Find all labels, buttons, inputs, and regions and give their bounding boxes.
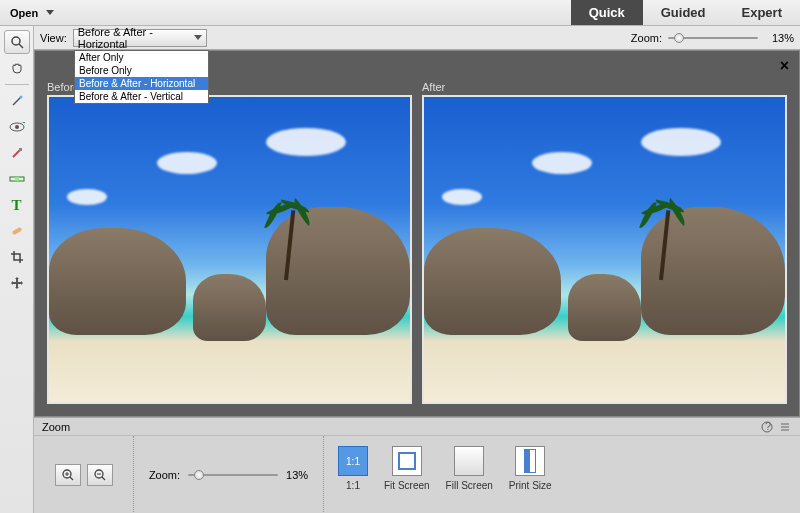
after-label: After [422, 81, 787, 93]
fill-screen[interactable]: Fill Screen [446, 446, 493, 491]
zoom-value-top: 13% [764, 32, 794, 44]
svg-line-18 [70, 477, 73, 480]
view-dropdown-menu: After Only Before Only Before & After - … [74, 50, 209, 104]
fill-screen-icon [454, 446, 484, 476]
workspace: × Before After [34, 50, 800, 417]
selection-tool[interactable] [4, 89, 30, 113]
magnifier-icon [9, 34, 25, 50]
fit-1to1[interactable]: 1:1 1:1 [338, 446, 368, 491]
mode-tabs: Quick Guided Expert [571, 0, 800, 25]
help-icon[interactable]: ? [760, 420, 774, 434]
fit-1to1-icon: 1:1 [338, 446, 368, 476]
tab-guided[interactable]: Guided [643, 0, 724, 25]
print-size[interactable]: Print Size [509, 446, 552, 491]
close-button[interactable]: × [780, 57, 789, 75]
zoom-in-button[interactable] [55, 464, 81, 486]
tool-column: + T [0, 26, 34, 513]
open-label: Open [10, 7, 38, 19]
chevron-down-icon [194, 35, 202, 40]
straighten-tool[interactable] [4, 167, 30, 191]
print-size-icon [515, 446, 545, 476]
svg-line-2 [13, 97, 21, 105]
view-option-vertical[interactable]: Before & After - Vertical [75, 90, 208, 103]
brush-icon [9, 145, 25, 161]
svg-rect-11 [11, 227, 22, 235]
tab-quick[interactable]: Quick [571, 0, 643, 25]
panel-menu-icon[interactable] [778, 420, 792, 434]
move-tool[interactable] [4, 271, 30, 295]
svg-point-0 [12, 37, 20, 45]
svg-text:?: ? [765, 421, 771, 432]
svg-text:+: + [22, 122, 25, 128]
whiten-tool[interactable] [4, 141, 30, 165]
fit-screen[interactable]: Fit Screen [384, 446, 430, 491]
view-selected: Before & After - Horizontal [78, 26, 194, 50]
bottom-panel: Zoom ? Zoom: 13% 1:1 1:1 [34, 417, 800, 513]
svg-rect-10 [15, 177, 19, 181]
zoom-slider-bottom[interactable] [188, 468, 278, 482]
text-tool[interactable]: T [4, 193, 30, 217]
fit-screen-icon [392, 446, 422, 476]
eye-icon: + [9, 119, 25, 135]
view-dropdown[interactable]: Before & After - Horizontal [73, 29, 207, 47]
svg-line-22 [102, 477, 105, 480]
bottom-section-label: Zoom [42, 421, 70, 433]
zoom-out-button[interactable] [87, 464, 113, 486]
tab-expert[interactable]: Expert [724, 0, 800, 25]
zoom-slider-top[interactable] [668, 31, 758, 45]
zoom-tool[interactable] [4, 30, 30, 54]
hand-tool[interactable] [4, 56, 30, 80]
view-option-before-only[interactable]: Before Only [75, 64, 208, 77]
zoom-label: Zoom: [631, 32, 662, 44]
move-icon [9, 275, 25, 291]
before-image[interactable] [47, 95, 412, 404]
svg-line-7 [13, 150, 20, 157]
svg-point-5 [15, 125, 19, 129]
bandaid-icon [9, 223, 25, 239]
text-icon: T [9, 197, 25, 213]
view-label: View: [40, 32, 67, 44]
zoom-label-bottom: Zoom: [149, 469, 180, 481]
level-icon [9, 171, 25, 187]
view-option-after-only[interactable]: After Only [75, 51, 208, 64]
view-option-horizontal[interactable]: Before & After - Horizontal [75, 77, 208, 90]
after-image[interactable] [422, 95, 787, 404]
svg-point-3 [19, 96, 22, 99]
chevron-down-icon [46, 10, 54, 15]
healing-tool[interactable] [4, 219, 30, 243]
redeye-tool[interactable]: + [4, 115, 30, 139]
wand-icon [9, 93, 25, 109]
svg-rect-8 [19, 148, 22, 151]
crop-tool[interactable] [4, 245, 30, 269]
open-menu[interactable]: Open [0, 3, 64, 23]
crop-icon [9, 249, 25, 265]
hand-icon [9, 60, 25, 76]
svg-line-1 [19, 44, 23, 48]
zoom-value-bottom: 13% [286, 469, 308, 481]
